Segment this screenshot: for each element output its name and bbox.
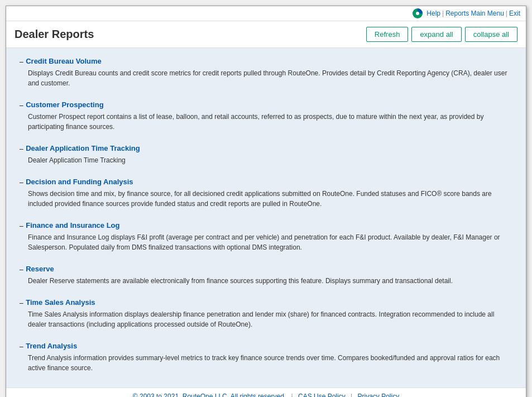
report-desc-decision-and-funding-analysis: Shows decision time and mix, by finance … [28, 189, 513, 209]
sep2: | [506, 9, 507, 17]
copyright: © 2003 to 2021, RouteOne LLC. All rights… [133, 393, 286, 397]
report-title-decision-and-funding-analysis[interactable]: Decision and Funding Analysis [26, 178, 133, 186]
header-buttons: Refresh expand all collapse all [366, 27, 517, 42]
report-header-finance-and-insurance-log: −Finance and Insurance Log [19, 221, 513, 231]
collapse-icon-time-sales-analysis[interactable]: − [19, 299, 23, 308]
report-title-dealer-application-time-tracking[interactable]: Dealer Application Time Tracking [26, 144, 140, 152]
report-desc-reserve: Dealer Reserve statements are available … [28, 276, 513, 286]
report-header-customer-prospecting: −Customer Prospecting [19, 101, 513, 110]
collapse-icon-finance-and-insurance-log[interactable]: − [19, 222, 23, 231]
collapse-all-button[interactable]: collapse all [465, 27, 517, 42]
report-desc-dealer-application-time-tracking: Dealer Application Time Tracking [28, 155, 513, 165]
report-section-finance-and-insurance-log: −Finance and Insurance LogFinance and In… [15, 218, 517, 256]
report-desc-customer-prospecting: Customer Prospect report contains a list… [28, 112, 513, 132]
logo [413, 8, 425, 18]
report-section-customer-prospecting: −Customer ProspectingCustomer Prospect r… [15, 97, 517, 135]
footer-sep1: | [291, 393, 293, 397]
report-header-time-sales-analysis: −Time Sales Analysis [19, 298, 513, 308]
report-header-decision-and-funding-analysis: −Decision and Funding Analysis [19, 178, 513, 187]
collapse-icon-credit-bureau-volume[interactable]: − [19, 58, 23, 66]
report-desc-finance-and-insurance-log: Finance and Insurance Log displays F&I p… [28, 232, 513, 252]
reports-main-menu-link[interactable]: Reports Main Menu [445, 9, 504, 17]
report-section-credit-bureau-volume: −Credit Bureau VolumeDisplays Credit Bur… [15, 54, 517, 92]
report-title-customer-prospecting[interactable]: Customer Prospecting [26, 101, 103, 109]
page-title: Dealer Reports [15, 28, 94, 41]
collapse-icon-customer-prospecting[interactable]: − [19, 101, 23, 110]
report-section-time-sales-analysis: −Time Sales AnalysisTime Sales Analysis … [15, 295, 517, 333]
report-title-time-sales-analysis[interactable]: Time Sales Analysis [26, 298, 95, 307]
report-section-reserve: −ReserveDealer Reserve statements are av… [15, 261, 517, 289]
cas-use-policy-link[interactable]: CAS Use Policy [298, 393, 346, 397]
report-title-reserve[interactable]: Reserve [26, 265, 54, 273]
report-title-trend-analysis[interactable]: Trend Analysis [26, 342, 77, 350]
collapse-icon-reserve[interactable]: − [19, 265, 23, 274]
report-header-reserve: −Reserve [19, 265, 513, 274]
svg-point-1 [416, 12, 419, 15]
top-bar: Help | Reports Main Menu | Exit [6, 6, 526, 21]
privacy-policy-link[interactable]: Privacy Policy [357, 393, 399, 397]
report-header-credit-bureau-volume: −Credit Bureau Volume [19, 57, 513, 66]
footer: © 2003 to 2021, RouteOne LLC. All rights… [6, 388, 526, 397]
report-desc-credit-bureau-volume: Displays Credit Bureau counts and credit… [28, 68, 513, 88]
exit-link[interactable]: Exit [509, 9, 520, 17]
collapse-icon-trend-analysis[interactable]: − [19, 342, 23, 351]
footer-sep2: | [351, 393, 352, 397]
report-desc-trend-analysis: Trend Analysis information provides summ… [28, 353, 513, 373]
collapse-icon-decision-and-funding-analysis[interactable]: − [19, 178, 23, 187]
report-title-finance-and-insurance-log[interactable]: Finance and Insurance Log [26, 221, 119, 229]
report-section-trend-analysis: −Trend AnalysisTrend Analysis informatio… [15, 338, 517, 376]
report-title-credit-bureau-volume[interactable]: Credit Bureau Volume [26, 57, 102, 65]
refresh-button[interactable]: Refresh [366, 27, 409, 42]
sep1: | [442, 9, 444, 17]
header: Dealer Reports Refresh expand all collap… [6, 21, 526, 48]
content-area: −Credit Bureau VolumeDisplays Credit Bur… [6, 48, 526, 388]
report-header-trend-analysis: −Trend Analysis [19, 342, 513, 351]
expand-all-button[interactable]: expand all [411, 27, 461, 42]
report-header-dealer-application-time-tracking: −Dealer Application Time Tracking [19, 144, 513, 154]
help-link[interactable]: Help [426, 9, 440, 17]
collapse-icon-dealer-application-time-tracking[interactable]: − [19, 145, 23, 154]
report-section-dealer-application-time-tracking: −Dealer Application Time TrackingDealer … [15, 141, 517, 169]
report-section-decision-and-funding-analysis: −Decision and Funding AnalysisShows deci… [15, 174, 517, 212]
report-desc-time-sales-analysis: Time Sales Analysis information displays… [28, 309, 513, 329]
main-window: Help | Reports Main Menu | Exit Dealer R… [6, 6, 526, 397]
